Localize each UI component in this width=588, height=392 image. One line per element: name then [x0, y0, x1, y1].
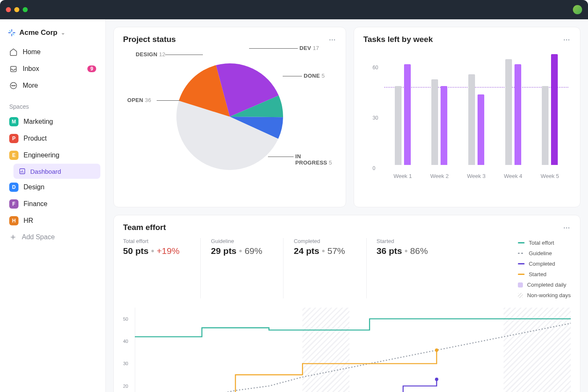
svg-point-7	[12, 85, 13, 86]
bar	[431, 79, 438, 165]
svg-point-8	[13, 85, 14, 86]
maximize-window-button[interactable]	[23, 7, 28, 12]
stat-guideline: Guideline 29 pts • 69%	[200, 238, 283, 298]
y-tick: 40	[123, 339, 128, 344]
tasks-left-more-button[interactable]: ⋯	[563, 36, 571, 44]
dashboard-label: Dashboard	[30, 168, 61, 175]
y-tick: 30	[373, 115, 378, 121]
bar	[395, 86, 402, 165]
x-label: Week 4	[504, 173, 522, 179]
space-label: Finance	[24, 200, 47, 208]
bar	[478, 94, 484, 165]
sidebar-space-product[interactable]: PProduct	[5, 130, 100, 147]
stat-total-effort-value: 50 pts	[123, 246, 149, 256]
y-tick: 0	[373, 165, 375, 171]
team-effort-card: Team effort ⋯ Total effort 50 pts • +19%…	[113, 215, 580, 392]
x-label: Week 5	[541, 173, 559, 179]
space-icon: P	[9, 134, 18, 143]
project-status-title: Project status	[123, 35, 176, 44]
x-label: Week 1	[394, 173, 412, 179]
tasks-left-card: Tasks left by week ⋯ 03060Week 1Week 2We…	[354, 27, 580, 207]
stat-total-effort-delta: +19%	[157, 246, 179, 256]
pie-label-in-progress: IN PROGRESS5	[295, 153, 336, 166]
bar	[441, 86, 447, 165]
workspace-name: Acme Corp	[19, 29, 58, 37]
legend-total: Total effort	[529, 240, 554, 246]
stat-started-label: Started	[377, 238, 428, 244]
space-icon: F	[9, 199, 18, 209]
minimize-window-button[interactable]	[14, 7, 19, 12]
bar	[551, 54, 558, 165]
project-status-card: Project status ⋯ DEV17DONE5IN PROGRESS5O…	[113, 27, 346, 207]
stat-guideline-value: 29 pts	[211, 246, 236, 256]
sidebar-space-marketing[interactable]: MMarketing	[5, 113, 100, 130]
svg-line-5	[13, 34, 14, 35]
inbox-icon	[9, 65, 18, 73]
tasks-left-chart: 03060Week 1Week 2Week 3Week 4Week 5	[363, 47, 571, 186]
space-label: Marketing	[24, 118, 53, 125]
project-status-more-button[interactable]: ⋯	[329, 36, 336, 44]
sidebar-space-finance[interactable]: FFinance	[5, 196, 100, 212]
x-label: Week 3	[467, 173, 486, 179]
space-label: Product	[24, 135, 47, 142]
close-window-button[interactable]	[6, 7, 11, 12]
team-effort-title: Team effort	[123, 223, 166, 232]
team-effort-legend: Total effort Guideline Completed Started…	[518, 238, 571, 298]
nav-more[interactable]: More	[5, 77, 100, 94]
space-icon: M	[9, 117, 18, 126]
dashboard-icon	[18, 167, 26, 175]
sidebar-space-hr[interactable]: HHR	[5, 212, 100, 229]
stat-started: Started 36 pts • 86%	[366, 238, 449, 298]
chevron-down-icon: ⌄	[61, 30, 65, 36]
legend-guideline: Guideline	[529, 250, 552, 256]
sidebar-space-engineering[interactable]: EEngineering	[5, 147, 100, 164]
nav-inbox-label: Inbox	[23, 65, 39, 73]
workspace-logo-icon	[8, 29, 16, 37]
stat-started-pct: 86%	[410, 246, 428, 256]
y-tick: 60	[373, 65, 378, 71]
window-controls	[6, 7, 28, 12]
plus-icon	[9, 233, 17, 241]
x-label: Week 2	[430, 173, 449, 179]
sidebar-space-design[interactable]: DDesign	[5, 179, 100, 196]
team-effort-chart: 20304050	[123, 308, 571, 392]
avatar[interactable]	[573, 5, 582, 14]
nav-inbox[interactable]: Inbox 9	[5, 60, 100, 77]
pie-label-open: OPEN36	[127, 97, 151, 103]
spaces-section-label: Spaces	[5, 94, 100, 113]
stat-completed-value: 24 pts	[294, 246, 319, 256]
legend-completed-daily: Completed daily	[527, 282, 566, 288]
add-space-button[interactable]: Add Space	[5, 229, 100, 245]
space-icon: D	[9, 183, 18, 192]
stat-completed: Completed 24 pts • 57%	[283, 238, 366, 298]
stat-guideline-pct: 69%	[244, 246, 262, 256]
y-tick: 20	[123, 384, 128, 389]
bar	[514, 64, 521, 165]
sidebar: Acme Corp ⌄ Home Inbox 9 More Spaces MMa…	[0, 19, 106, 392]
svg-line-4	[10, 31, 11, 32]
sidebar-dashboard-item[interactable]: Dashboard	[13, 164, 100, 179]
home-icon	[9, 48, 18, 56]
stat-completed-pct: 57%	[328, 246, 345, 256]
legend-started: Started	[529, 271, 546, 277]
window-titlebar	[0, 0, 588, 19]
y-tick: 50	[123, 316, 128, 321]
stat-completed-label: Completed	[294, 238, 345, 244]
legend-completed: Completed	[529, 261, 555, 267]
legend-nonworking: Non-working days	[527, 292, 571, 298]
team-effort-more-button[interactable]: ⋯	[563, 224, 571, 232]
space-icon: H	[9, 216, 18, 225]
stat-started-value: 36 pts	[377, 246, 402, 256]
space-label: HR	[24, 217, 33, 225]
workspace-switcher[interactable]: Acme Corp ⌄	[5, 27, 100, 44]
bar	[404, 64, 411, 165]
nav-home-label: Home	[23, 48, 41, 56]
nav-home[interactable]: Home	[5, 44, 100, 60]
inbox-badge: 9	[87, 65, 96, 72]
project-status-chart: DEV17DONE5IN PROGRESS5OPEN36DESIGN12	[123, 47, 336, 186]
bar	[468, 74, 475, 165]
pie-label-done: DONE5	[304, 73, 325, 79]
stat-total-effort: Total effort 50 pts • +19%	[123, 238, 200, 298]
stat-total-effort-label: Total effort	[123, 238, 179, 244]
y-tick: 30	[123, 361, 128, 366]
